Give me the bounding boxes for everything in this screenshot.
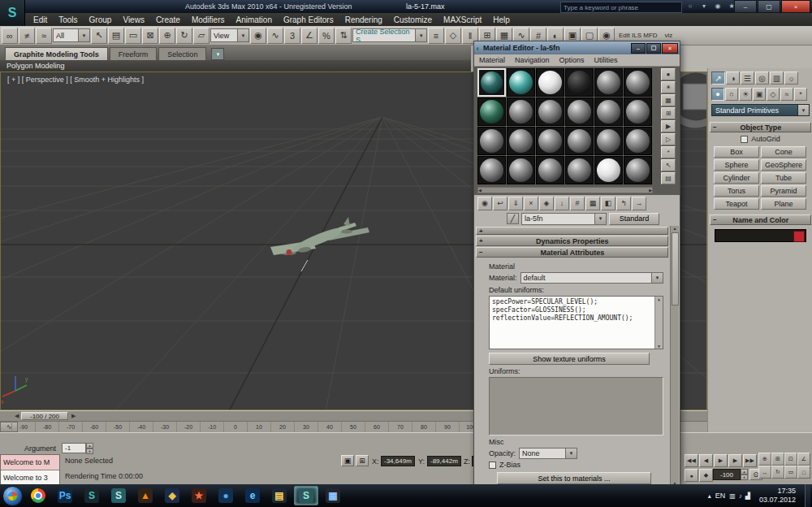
- object-name-field[interactable]: [715, 229, 806, 242]
- material-sample-slot[interactable]: [536, 98, 564, 126]
- show-texture-uniforms-button[interactable]: Show texture uniforms: [489, 353, 650, 365]
- edit-ils-mfd-button[interactable]: Edit ILS MFD: [615, 32, 661, 39]
- select-and-move-icon[interactable]: ⊕: [159, 28, 175, 44]
- create-tab[interactable]: ↗: [711, 72, 725, 84]
- material-type-button[interactable]: Standard: [609, 213, 659, 225]
- tray-expand-icon[interactable]: ▴: [708, 492, 711, 500]
- utilities-tab[interactable]: ☼: [784, 72, 798, 84]
- frame-spinner[interactable]: ▲▼: [741, 469, 748, 479]
- taskbar-3dsmax-icon[interactable]: S: [80, 486, 104, 505]
- maxscript-mini-listener[interactable]: Welcome to M Welcome to 3: [0, 454, 60, 485]
- menu-item[interactable]: Edit: [28, 13, 53, 26]
- material-sample-slot[interactable]: [507, 98, 535, 126]
- snaps-toggle-icon[interactable]: 3: [284, 28, 300, 44]
- systems-button[interactable]: *: [794, 88, 807, 101]
- taskbar-explorer-icon[interactable]: ▤: [267, 486, 292, 505]
- make-unique-icon[interactable]: ◈: [539, 197, 554, 210]
- material-sample-slot[interactable]: [624, 127, 652, 155]
- material-id-channel-icon[interactable]: #: [570, 197, 585, 210]
- primitive-button[interactable]: Pyramid: [761, 185, 806, 197]
- sample-type-icon[interactable]: ●: [661, 68, 676, 80]
- taskbar-vlc-icon[interactable]: ▲: [133, 486, 158, 505]
- menu-item[interactable]: MAXScript: [438, 13, 487, 26]
- menu-item[interactable]: Graph Editors: [278, 13, 339, 26]
- material-sample-slot[interactable]: [507, 127, 535, 155]
- material-sample-slot[interactable]: [565, 68, 594, 97]
- show-map-in-viewport-icon[interactable]: ▦: [585, 197, 600, 210]
- communication-center-icon[interactable]: ◉: [712, 1, 723, 11]
- backlight-icon[interactable]: ☀: [661, 81, 676, 93]
- material-sample-slot[interactable]: [594, 98, 623, 126]
- material-editor-titlebar[interactable]: ◐ Material Editor - la-5fn – ▢ ×: [474, 41, 680, 54]
- taskbar-photoshop-icon[interactable]: Ps: [53, 486, 77, 505]
- set-key-button[interactable]: ●: [685, 469, 698, 482]
- geometry-button[interactable]: ●: [711, 88, 724, 101]
- space-warps-button[interactable]: ≈: [780, 88, 793, 101]
- put-to-library-icon[interactable]: ↓: [555, 197, 569, 210]
- go-to-start-button[interactable]: ◀◀: [685, 454, 698, 467]
- get-material-icon[interactable]: ◉: [477, 197, 492, 210]
- close-button[interactable]: ×: [781, 0, 810, 13]
- ribbon-tab[interactable]: Graphite Modeling Tools: [5, 47, 108, 60]
- spinner-snap-icon[interactable]: ⇅: [335, 28, 352, 44]
- med-minimize-button[interactable]: –: [631, 43, 646, 54]
- tray-volume-icon[interactable]: ♪: [739, 492, 742, 500]
- taskbar-3dsmax-active-icon[interactable]: S: [294, 486, 318, 505]
- orbit-icon[interactable]: ↻: [771, 466, 784, 479]
- primitive-category-dropdown[interactable]: Standard Primitives▼: [711, 104, 810, 116]
- material-sample-slot[interactable]: [624, 98, 652, 126]
- selection-filter-dropdown[interactable]: All▼: [53, 28, 90, 42]
- zoom-region-icon[interactable]: ▭: [784, 466, 797, 479]
- select-object-icon[interactable]: ↖: [91, 28, 107, 44]
- primitive-button[interactable]: Sphere: [714, 159, 759, 171]
- ribbon-minimize-icon[interactable]: ▾: [211, 48, 224, 60]
- maximize-button[interactable]: ▢: [758, 0, 780, 13]
- z-bias-checkbox[interactable]: [489, 462, 496, 469]
- named-selection-set-dropdown[interactable]: Create Selection S▼: [352, 28, 427, 42]
- taskbar-chrome-icon[interactable]: [26, 486, 50, 505]
- primitive-button[interactable]: Teapot: [714, 198, 759, 210]
- assign-material-icon[interactable]: ⇓: [508, 197, 523, 210]
- ribbon-tab[interactable]: Freeform: [110, 47, 158, 60]
- reference-coordinate-dropdown[interactable]: View▼: [210, 28, 249, 42]
- go-forward-sibling-icon[interactable]: →: [632, 197, 646, 210]
- material-sample-slot[interactable]: [507, 68, 535, 97]
- sample-uv-tiling-icon[interactable]: ⊞: [661, 107, 676, 119]
- rollout-material-attributes[interactable]: −Material Attributes: [476, 247, 668, 258]
- absolute-mode-icon[interactable]: ⊞: [356, 455, 369, 466]
- taskbar-teal-app-icon[interactable]: S: [106, 486, 131, 505]
- reset-map-icon[interactable]: ×: [524, 197, 538, 210]
- material-name-dropdown[interactable]: la-5fn▼: [521, 213, 607, 225]
- polygon-modeling-panel[interactable]: Polygon Modeling: [0, 60, 471, 72]
- material-sample-slot[interactable]: [507, 156, 535, 184]
- tray-display-icon[interactable]: ▥: [729, 492, 736, 500]
- rollout-object-type[interactable]: −Object Type: [710, 122, 811, 132]
- code-scrollbar[interactable]: ▲▼: [654, 297, 663, 349]
- select-by-name-icon[interactable]: ▤: [108, 28, 124, 44]
- argument-spinner[interactable]: ▲▼: [86, 443, 93, 453]
- menu-item[interactable]: Animation: [230, 13, 277, 26]
- med-maximize-button[interactable]: ▢: [646, 43, 661, 54]
- infocenter-search-input[interactable]: Type a keyword or phrase: [560, 2, 682, 13]
- material-sample-slot[interactable]: [536, 68, 564, 97]
- primitive-button[interactable]: Cone: [761, 146, 806, 158]
- menu-item[interactable]: Group: [84, 13, 118, 26]
- menu-item[interactable]: Views: [117, 13, 150, 26]
- primitive-button[interactable]: Cylinder: [714, 172, 759, 184]
- material-sample-slot[interactable]: [477, 156, 506, 184]
- material-default-dropdown[interactable]: default▼: [520, 272, 663, 284]
- select-and-rotate-icon[interactable]: ↻: [176, 28, 192, 44]
- use-pivot-center-icon[interactable]: ◉: [250, 28, 266, 44]
- menu-item[interactable]: Modifiers: [186, 13, 231, 26]
- material-sample-slot[interactable]: [477, 127, 506, 155]
- rollout-name-and-color[interactable]: −Name and Color: [710, 214, 811, 225]
- primitive-button[interactable]: Plane: [761, 198, 806, 210]
- material-editor-scrollbar[interactable]: ▲▼: [670, 226, 679, 486]
- language-indicator[interactable]: EN: [715, 492, 726, 500]
- zoom-extents-icon[interactable]: ⊡: [784, 453, 797, 466]
- menu-item[interactable]: Help: [487, 13, 516, 26]
- med-close-button[interactable]: ×: [662, 43, 678, 54]
- material-sample-slot[interactable]: [477, 98, 506, 126]
- unlink-selection-icon[interactable]: ≠: [19, 28, 35, 44]
- hierarchy-tab[interactable]: ☰: [741, 72, 754, 84]
